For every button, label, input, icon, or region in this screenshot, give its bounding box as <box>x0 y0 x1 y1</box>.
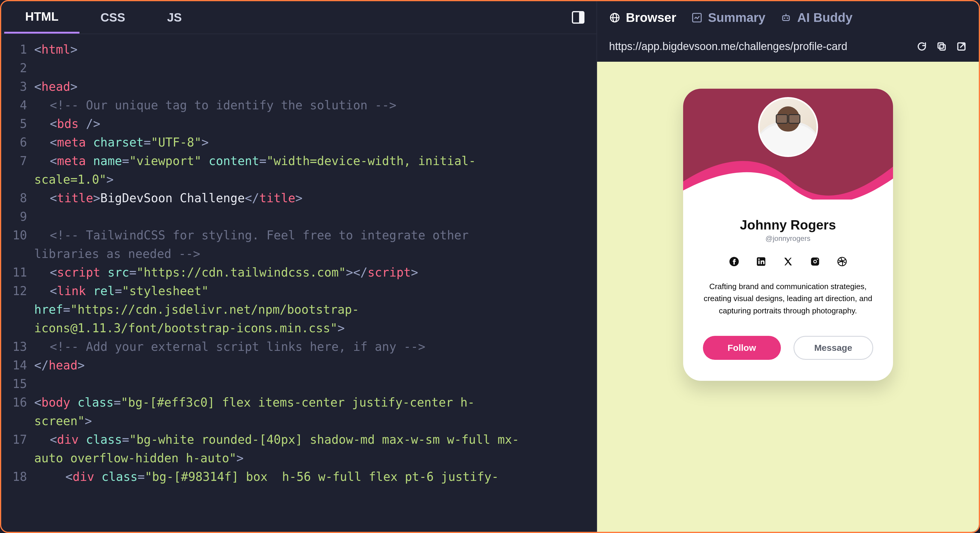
tab-css[interactable]: CSS <box>80 1 146 33</box>
svg-rect-13 <box>758 260 759 264</box>
card-header <box>683 89 893 200</box>
open-external-icon[interactable] <box>956 41 967 52</box>
facebook-icon[interactable] <box>729 256 740 267</box>
tab-aibuddy-label: AI Buddy <box>797 11 852 25</box>
svg-rect-4 <box>783 16 789 21</box>
url-bar: https://app.bigdevsoon.me/challenges/pro… <box>597 34 979 62</box>
profile-card: Johnny Rogers @jonnyrogers Crafting bran… <box>683 89 893 381</box>
editor-panel: HTML CSS JS 123456789101112131415161718 … <box>1 1 597 532</box>
globe-icon <box>609 12 620 23</box>
copy-icon[interactable] <box>936 41 947 52</box>
instagram-icon[interactable] <box>809 256 821 267</box>
tab-summary[interactable]: Summary <box>691 11 765 25</box>
svg-rect-8 <box>940 44 945 50</box>
profile-name: Johnny Rogers <box>703 217 873 233</box>
x-icon[interactable] <box>783 256 794 267</box>
follow-button[interactable]: Follow <box>703 336 781 360</box>
linkedin-icon[interactable] <box>756 256 767 267</box>
svg-rect-9 <box>938 43 943 48</box>
profile-actions: Follow Message <box>703 336 873 360</box>
browser-view: Johnny Rogers @jonnyrogers Crafting bran… <box>597 62 979 532</box>
svg-point-5 <box>784 17 785 19</box>
preview-tabbar: Browser Summary AI Buddy <box>597 1 979 34</box>
code-editor[interactable]: 123456789101112131415161718 <html><head>… <box>1 34 597 532</box>
preview-panel: Browser Summary AI Buddy https://app.big… <box>597 1 979 532</box>
url-text[interactable]: https://app.bigdevsoon.me/challenges/pro… <box>609 40 907 53</box>
social-links <box>703 256 873 267</box>
tab-aibuddy[interactable]: AI Buddy <box>780 11 852 25</box>
reload-icon[interactable] <box>916 41 927 52</box>
robot-icon <box>780 12 792 23</box>
avatar-illustration <box>760 98 816 155</box>
code-content[interactable]: <html><head><!-- Our unique tag to ident… <box>34 40 597 532</box>
line-number-gutter: 123456789101112131415161718 <box>1 40 34 532</box>
chart-icon <box>691 12 703 23</box>
split-view-icon[interactable] <box>572 11 584 24</box>
tab-html[interactable]: HTML <box>4 1 80 33</box>
tab-summary-label: Summary <box>708 11 765 25</box>
card-body: Johnny Rogers @jonnyrogers Crafting bran… <box>683 200 893 381</box>
svg-point-18 <box>816 259 818 260</box>
profile-handle: @jonnyrogers <box>703 234 873 243</box>
profile-bio: Crafting brand and communication strateg… <box>703 281 873 317</box>
svg-point-6 <box>787 17 788 19</box>
tab-browser-label: Browser <box>626 11 676 25</box>
tab-browser[interactable]: Browser <box>609 11 676 25</box>
svg-point-14 <box>758 259 760 260</box>
editor-tabbar: HTML CSS JS <box>1 1 597 34</box>
message-button[interactable]: Message <box>794 336 873 360</box>
avatar <box>758 97 818 157</box>
svg-point-17 <box>814 261 816 263</box>
tab-js[interactable]: JS <box>146 1 203 33</box>
app-frame: HTML CSS JS 123456789101112131415161718 … <box>0 0 980 533</box>
dribbble-icon[interactable] <box>836 256 848 267</box>
